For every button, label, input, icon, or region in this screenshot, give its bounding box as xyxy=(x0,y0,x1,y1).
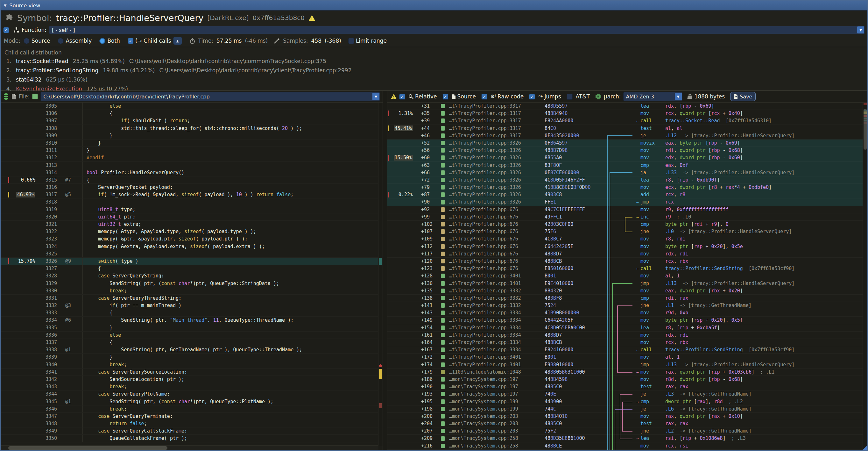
source-line-row[interactable]: 3325 xyxy=(1,250,378,258)
child-calls-checkbox[interactable]: ✓ xyxy=(128,38,134,44)
asm-row[interactable]: +186…mon\TracySystem.cpp:197448B4598movr… xyxy=(388,376,863,383)
raw-code-checkbox[interactable]: ✓ xyxy=(481,94,487,100)
asm-row[interactable]: +149…t\TracyProfiler.cpp:3334C64424205Fm… xyxy=(388,317,863,324)
raw-code-toggle[interactable]: ✓ ⚙⁾ Raw code xyxy=(481,93,524,100)
asm-row[interactable]: 45.41%+44…t\TracyProfiler.cpp:331784C0te… xyxy=(388,125,863,132)
child-call-row[interactable]: 4.KeSynchronizeExecution125 μs (0.27%) xyxy=(4,84,864,90)
limit-range-toggle[interactable]: Limit range xyxy=(348,38,387,44)
asm-row[interactable]: 15.50%+60…t\TracyProfiler.cpp:33268B55A0… xyxy=(388,154,863,161)
source-line-row[interactable]: 3319 uint8_t type; xyxy=(1,206,378,213)
source-line-row[interactable]: 3308 std::this_thread::sleep_for( std::c… xyxy=(1,125,378,132)
asm-row[interactable]: +90…t\TracyProfiler.cpp:3326FFE1←jmprcx xyxy=(388,199,863,206)
source-line-row[interactable]: 3332@3 if( ptr == m_mainThread ) xyxy=(1,302,378,309)
save-button[interactable]: Save xyxy=(730,92,756,101)
asm-row[interactable]: +164…t\TracyProfiler.cpp:3334488BCBmovrc… xyxy=(388,339,863,346)
chevron-down-icon[interactable]: ▼ xyxy=(372,93,379,100)
asm-row[interactable]: +92…t\TracyProfiler.hpp:67649C7C1FFFFFFF… xyxy=(388,206,863,213)
source-line-row[interactable]: 3334@6 SendString( ptr, "Main thread", 1… xyxy=(1,317,378,324)
function-select[interactable]: [ - self - ] ▼ xyxy=(49,26,865,34)
scrollbar-thumb[interactable] xyxy=(8,446,167,450)
title-bar[interactable]: ▼ Source view xyxy=(1,1,867,10)
radio-source[interactable]: Source xyxy=(24,38,50,44)
asm-row[interactable]: +56…t\TracyProfiler.cpp:3326488B7D98movr… xyxy=(388,147,863,154)
source-line-row[interactable]: 3330 break; xyxy=(1,287,378,295)
asm-row[interactable]: +135…t\TracyProfiler.cpp:33328B4320movea… xyxy=(388,287,863,295)
scrollbar-thumb[interactable] xyxy=(864,109,867,150)
source-vertical-scrollbar[interactable] xyxy=(378,102,382,446)
source-line-row[interactable]: 3340 break; xyxy=(1,361,378,368)
chevron-down-icon[interactable]: ▼ xyxy=(857,26,864,33)
source-line-row[interactable]: 3322 memcpy( &type, &payload.type, sizeo… xyxy=(1,228,378,235)
source-line-row[interactable]: 3306 { xyxy=(1,110,378,117)
asm-row[interactable]: +204…mon\TracySystem.cpp:2034885C0testra… xyxy=(388,420,863,427)
asm-row[interactable]: 1.31%+35…t\TracyProfiler.cpp:3317488B494… xyxy=(388,110,863,117)
radio-assembly[interactable]: Assembly xyxy=(58,38,92,44)
source-line-row[interactable]: 3331 case ServerQueryThreadString: xyxy=(1,295,378,302)
source-line-row[interactable]: 3339 } xyxy=(1,354,378,361)
asm-row[interactable]: +167…t\TracyProfiler.cpp:3334E824160000←… xyxy=(388,346,863,354)
source-line-row[interactable]: 3342 SendSourceLocation( ptr ); xyxy=(1,376,378,383)
source-line-row[interactable]: 46.93%3317@5 if( !m_sock->Read( &payload… xyxy=(1,191,378,199)
source-line-row[interactable]: 3328 case ServerQueryString: xyxy=(1,272,378,280)
att-checkbox[interactable] xyxy=(566,94,572,100)
asm-row[interactable]: +117…t\TracyProfiler.hpp:676488BD7movrdx… xyxy=(388,250,863,258)
source-line-row[interactable]: 3324 memcpy( &extra, &payload.extra, siz… xyxy=(1,243,378,250)
source-line-row[interactable]: 3309 } xyxy=(1,132,378,140)
source-line-row[interactable]: 3321 uint32_t extra; xyxy=(1,221,378,228)
pane-divider[interactable] xyxy=(383,91,388,450)
jumps-checkbox[interactable]: ✓ xyxy=(529,94,535,100)
relative-checkbox[interactable]: ✓ xyxy=(399,94,405,100)
source-line-row[interactable]: 3329 SendString( ptr, (const char*)ptr, … xyxy=(1,280,378,287)
source-line-row[interactable]: 3350 QueueCallstackFrame( ptr ); xyxy=(1,435,378,442)
resize-grip[interactable] xyxy=(862,445,867,450)
asm-row[interactable]: +143…t\TracyProfiler.cpp:333441B90B00000… xyxy=(388,309,863,317)
source-line-row[interactable]: 3348 return false; xyxy=(1,420,378,427)
source-checkbox[interactable]: ✓ xyxy=(442,94,448,100)
asm-row[interactable]: +79…t\TracyProfiler.cpp:3326418B8C80E0BF… xyxy=(388,184,863,191)
source-line-row[interactable]: 3335 } xyxy=(1,324,378,332)
relative-toggle[interactable]: ✓ Relative xyxy=(399,93,437,100)
child-call-row[interactable]: 3.stat64i32625 μs (1.36%) xyxy=(4,75,864,84)
source-line-row[interactable]: 3318 xyxy=(1,199,378,206)
source-line-row[interactable]: 3341 case ServerQuerySourceLocation: xyxy=(1,368,378,376)
radio-source-circle[interactable] xyxy=(24,38,30,44)
asm-row[interactable]: +52…t\TracyProfiler.cpp:33260FB64597movz… xyxy=(388,140,863,147)
source-line-row[interactable]: 3343 break; xyxy=(1,383,378,390)
source-line-row[interactable]: 3311} xyxy=(1,147,378,154)
file-select[interactable]: C:\Users\wolf\Desktop\darkrl\contrib\tra… xyxy=(40,92,380,101)
radio-assembly-circle[interactable] xyxy=(58,38,64,44)
source-line-row[interactable]: 3316 ServerQueryPacket payload; xyxy=(1,184,378,191)
source-line-row[interactable]: 3347 case ServerQueryTerminate: xyxy=(1,413,378,420)
asm-row[interactable]: +161…t\TracyProfiler.cpp:3334488BD7movrd… xyxy=(388,332,863,339)
asm-row[interactable]: +200…mon\TracySystem.cpp:203488B4010movr… xyxy=(388,413,863,420)
source-line-row[interactable]: 3345@1 SendString( ptr, (const char*)ptr… xyxy=(1,398,378,405)
source-line-row[interactable]: 3333 { xyxy=(1,309,378,317)
child-call-row[interactable]: 2.tracy::Profiler::SendLongString19.88 m… xyxy=(4,66,864,75)
source-line-row[interactable]: 3346 break; xyxy=(1,405,378,413)
asm-row[interactable]: +63…t\TracyProfiler.cpp:332683F80Fcmpeax… xyxy=(388,162,863,169)
uarch-select[interactable]: AMD Zen 3 ▼ xyxy=(623,92,682,101)
source-line-row[interactable]: 3337 { xyxy=(1,339,378,346)
function-checkbox[interactable]: ✓ xyxy=(3,27,9,33)
source-line-row[interactable]: 3344 case ServerQueryPlotName: xyxy=(1,390,378,398)
asm-row[interactable]: +190…mon\TracySystem.cpp:1974885C0testra… xyxy=(388,383,863,390)
source-line-row[interactable]: 3336 else xyxy=(1,332,378,339)
child-calls-toggle[interactable]: ✓ (→ Child calls ▲ xyxy=(128,37,182,45)
source-line-row[interactable]: 3313 xyxy=(1,162,378,169)
child-call-row[interactable]: 1.tracy::Socket::Read25.25 ms (54.89%)C:… xyxy=(4,57,864,66)
source-line-row[interactable]: 3310 } xyxy=(1,140,378,147)
asm-row[interactable]: 0.22%+87…t\TracyProfiler.cpp:33264903C8a… xyxy=(388,191,863,199)
assembly-vertical-scrollbar[interactable] xyxy=(863,102,867,450)
asm-row[interactable]: +120…t\TracyProfiler.hpp:676488BCBmovrcx… xyxy=(388,258,863,265)
radio-both[interactable]: Both xyxy=(99,38,120,44)
source-line-row[interactable]: 3307 if( shouldExit ) return; xyxy=(1,117,378,124)
source-line-row[interactable]: 3312#endif xyxy=(1,154,378,161)
asm-row[interactable]: +216…mon\TracySystem.cpp:258488BCEmovrcx… xyxy=(388,442,863,450)
att-toggle[interactable]: AT&T xyxy=(566,93,590,100)
source-line-row[interactable]: 3338@1 SendString( ptr, GetThreadName( p… xyxy=(1,346,378,354)
collapse-triangle-icon[interactable]: ▼ xyxy=(4,3,6,8)
asm-row[interactable]: +174…t\TracyProfiler.cpp:3401E9B8010000j… xyxy=(388,361,863,368)
radio-both-circle[interactable] xyxy=(99,38,105,44)
source-line-row[interactable]: 3305 else xyxy=(1,102,378,110)
asm-row[interactable]: +154…t\TracyProfiler.cpp:33344C8D055FBA0… xyxy=(388,324,863,332)
